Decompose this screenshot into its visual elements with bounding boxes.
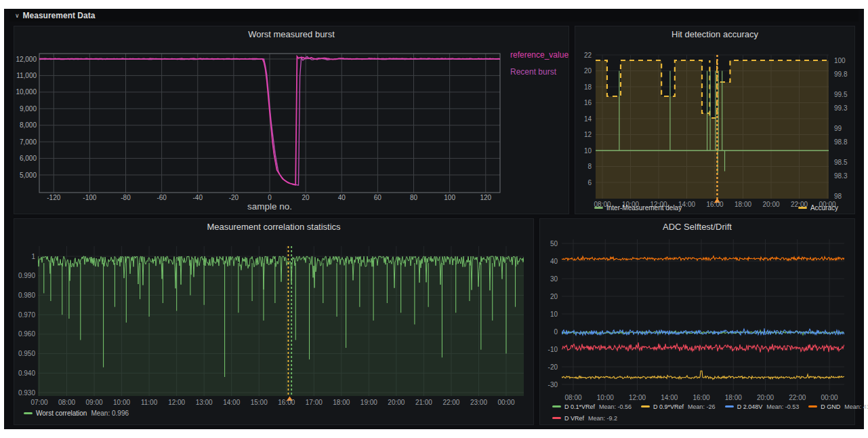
legend-series-name: Accuracy	[810, 204, 838, 212]
legend-series-color-icon	[552, 417, 561, 419]
series-d-0-9-vref[interactable]	[562, 371, 844, 380]
tick-label: 14	[584, 115, 592, 123]
tick-label: 08:00	[564, 394, 581, 401]
legend-series-color-icon	[725, 405, 734, 407]
legend-item-recent-burst[interactable]: Recent burst	[510, 64, 569, 81]
legend-series-color-icon	[798, 207, 807, 209]
tick-label: 11,000	[16, 72, 37, 79]
tick-label: sample no.	[247, 201, 292, 212]
tick-label: 22:00	[442, 399, 459, 406]
tick-label: 100	[444, 194, 455, 201]
tick-label: -60	[157, 194, 167, 201]
legend-item-inter-measurement-delay[interactable]: Inter-Measurement delay	[594, 204, 686, 212]
series-group	[38, 256, 524, 396]
tick-label: 0.950	[18, 350, 35, 357]
legend-item-d-2-048v[interactable]: D 2.048VMean: -0.53	[725, 403, 800, 410]
legend-series-color-icon	[808, 405, 817, 407]
grid	[39, 54, 500, 193]
legend-series-name: D GND	[821, 403, 840, 410]
tick-label: 14:00	[223, 399, 240, 406]
tick-label: 10	[584, 147, 592, 155]
legend-item-d-0-9-vref[interactable]: D 0.9*VRefMean: -26	[641, 403, 716, 410]
legend-series-name: Worst correlation	[36, 410, 87, 417]
legend-series-mean: Mean: -0.53	[766, 403, 799, 410]
tick-label: 100	[834, 57, 846, 64]
legend-series-mean: Mean: 0.996	[91, 410, 129, 417]
tick-label: 00:00	[821, 394, 838, 401]
legend-item-d-0-1-vref[interactable]: D 0.1*VRefMean: -0.56	[552, 403, 632, 410]
legend-item-d-gnd[interactable]: D GNDMean: 41.3	[808, 403, 868, 410]
tick-label: 17:00	[306, 399, 323, 406]
tick-label: 98	[834, 193, 842, 200]
panel-measurement-correlation-statistics: Measurement correlation statistics 07:00…	[14, 218, 534, 425]
tick-label: 30	[550, 275, 558, 283]
legend-series-color-icon	[552, 405, 561, 407]
legend-series-name: Inter-Measurement delay	[606, 204, 682, 212]
worst-measured-burst-chart[interactable]: -120-100-80-60-40-2002040608010012012,00…	[14, 26, 570, 215]
tick-label: 98.3	[834, 172, 848, 180]
panel-hit-detection-accuracy: Hit detection accuracy 08:0010:0012:0014…	[575, 26, 855, 214]
legend-series-color-icon	[641, 405, 650, 407]
legend-item-reference-value[interactable]: reference_value	[510, 47, 569, 64]
legend-row-2: D VRefMean: -9.2	[552, 415, 627, 422]
legend-item-d-vref[interactable]: D VRefMean: -9.2	[552, 415, 617, 422]
legend-row-1: D 0.1*VRefMean: -0.56D 0.9*VRefMean: -26…	[552, 403, 868, 410]
series-d-vref[interactable]	[562, 342, 844, 353]
tick-label: 22	[584, 52, 592, 59]
screenshot-stage: ∨ Measurement Data Worst measured burst …	[0, 0, 868, 438]
panel-worst-measured-burst: Worst measured burst -120-100-80-60-40-2…	[14, 26, 569, 214]
tick-label: 15:00	[251, 399, 268, 406]
tick-label: 13:00	[196, 399, 213, 406]
tick-label: 6,000	[20, 155, 37, 162]
tick-label: 12	[584, 131, 592, 138]
tick-label: 00:00	[497, 399, 514, 406]
tick-label: -40	[193, 194, 203, 201]
row-collapse-chevron-icon: ∨	[15, 12, 20, 19]
tick-label: 10	[550, 311, 558, 318]
series-d-gnd[interactable]	[562, 256, 844, 261]
tick-label: 0.990	[18, 272, 35, 279]
legend-series-name: D 2.048V	[737, 403, 763, 410]
tick-label: 120	[480, 194, 491, 201]
row-header-measurement-data[interactable]: ∨ Measurement Data	[9, 9, 859, 22]
tick-label: 07:00	[30, 399, 47, 406]
tick-label: 1	[31, 253, 35, 260]
tick-label: 12,000	[16, 56, 37, 63]
tick-label: 0.940	[18, 370, 35, 377]
legend: reference_valueRecent burst	[510, 47, 578, 81]
legend-series-mean: Mean: -26	[688, 403, 716, 410]
tick-label: 16:00	[278, 399, 295, 406]
tick-label: 20	[550, 293, 558, 300]
tick-label: 20	[302, 194, 310, 201]
adc-selftest-drift-chart[interactable]: 08:0010:0012:0014:0016:0018:0020:0022:00…	[540, 219, 856, 426]
tick-label: 20	[584, 67, 592, 75]
tick-label: 60	[374, 194, 382, 201]
tick-label: 12:00	[168, 399, 185, 406]
legend-item-worst-correlation[interactable]: Worst correlationMean: 0.996	[24, 410, 129, 417]
legend-series-color-icon	[594, 207, 603, 209]
tick-label: -80	[121, 194, 131, 201]
tick-label: 16	[584, 99, 592, 106]
legend-series-name: Recent burst	[510, 67, 556, 77]
tick-label: 22:00	[789, 394, 806, 401]
tick-label: -20	[229, 194, 239, 201]
tick-label: 98.5	[834, 159, 848, 166]
legend-series-mean: Mean: -0.56	[599, 403, 632, 410]
tick-label: 18:00	[725, 394, 742, 401]
measurement-correlation-chart[interactable]: 07:0008:0009:0010:0011:0012:0013:0014:00…	[14, 219, 535, 426]
tick-label: 11:00	[141, 399, 158, 406]
legend-item-accuracy[interactable]: Accuracy	[798, 204, 842, 212]
tick-label: 21:00	[415, 399, 432, 406]
tick-label: 8	[587, 163, 592, 170]
tick-label: 99	[834, 125, 842, 132]
legend-series-mean: Mean: 41.3	[844, 403, 868, 410]
grid	[562, 239, 844, 391]
hit-detection-accuracy-chart[interactable]: 08:0010:0012:0014:0016:0018:0020:0022:00…	[575, 26, 856, 215]
tick-label: 12:00	[629, 394, 646, 401]
tick-label: 0.930	[18, 389, 35, 397]
axis-labels: -120-100-80-60-40-2002040608010012012,00…	[16, 56, 491, 212]
tick-label: 5,000	[20, 172, 37, 179]
tick-label: 10:00	[113, 399, 130, 406]
tick-label: 98.8	[834, 138, 848, 146]
tick-label: 0.980	[18, 292, 35, 299]
